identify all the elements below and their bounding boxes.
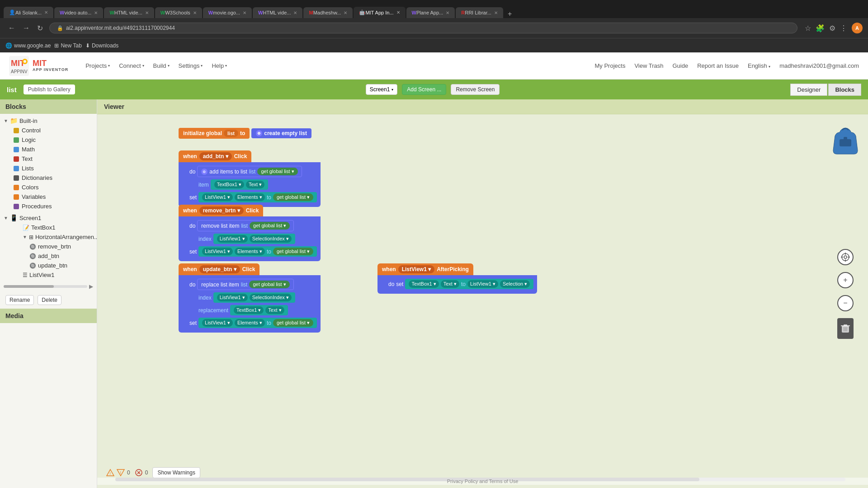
sidebar-item-variables[interactable]: Variables [0,192,97,202]
profile-avatar[interactable]: A [852,23,863,33]
bookmark-google[interactable]: 🌐 www.google.ae [5,42,51,49]
sidebar-item-add-btn[interactable]: 🔘 add_btn [0,251,97,261]
bookmark-downloads[interactable]: ⬇ Downloads [85,42,118,49]
privacy-footer[interactable]: Privacy Policy and Terms of Use [97,478,868,485]
tab-5[interactable]: W movie.ogo... ✕ [203,7,252,18]
crosshair-button[interactable] [837,249,854,265]
sidebar-item-lists[interactable]: Lists [0,164,97,173]
init-block-container[interactable]: initialize global list to ⊕ create empty… [179,128,311,139]
more-icon[interactable]: ⋮ [840,24,847,33]
show-warnings-button[interactable]: Show Warnings [152,467,200,478]
settings-icon[interactable]: ⚙ [829,24,835,33]
update-textbox-text-block[interactable]: TextBox1 ▾ Text ▾ [230,305,288,315]
replace-list-item-block[interactable]: replace list item list get global list ▾ [197,279,293,290]
sidebar-item-text[interactable]: Text [0,154,97,164]
rename-button[interactable]: Rename [5,295,34,305]
forward-button[interactable]: → [20,23,33,33]
report-issue-link[interactable]: Report an Issue [697,62,739,69]
sidebar-item-remove-btn[interactable]: 🔘 remove_brtn [0,242,97,251]
tab-7[interactable]: M Madheshw... ✕ [303,7,353,18]
textbox1-text-block[interactable]: TextBox1 ▾ Text ▾ [211,179,269,190]
view-trash-link[interactable]: View Trash [634,62,663,69]
btn3-icon: 🔘 [29,263,36,269]
language-selector[interactable]: English ▾ [748,62,770,69]
init-block[interactable]: initialize global list to [179,128,250,139]
sidebar-scrollbar[interactable] [4,285,87,288]
sidebar-item-listview[interactable]: ☰ ListView1 [0,270,97,280]
user-account-link[interactable]: madheshravi2001@gmail.com [779,62,859,69]
sidebar-item-horizontal[interactable]: ▼ ⊞ HorizontalArrangemen... [0,232,97,242]
my-projects-link[interactable]: My Projects [595,62,626,69]
svg-text:APP: APP [11,69,20,74]
sidebar-item-update-btn[interactable]: 🔘 update_btn [0,261,97,270]
tab-4[interactable]: W W3Schools ✕ [155,7,202,18]
update-selectionindex-block[interactable]: ListView1 ▾ SelectionIndex ▾ [213,292,295,303]
sidebar-item-math[interactable]: Math [0,145,97,154]
sidebar-expand-icon[interactable]: ▶ [89,283,93,290]
publish-gallery-button[interactable]: Publish to Gallery [24,84,75,94]
new-tab-button[interactable]: + [504,10,515,18]
set-lv-elements-block2[interactable]: ListView1 ▾ Elements ▾ to get global lis… [198,246,317,257]
add-screen-button[interactable]: Add Screen ... [402,84,446,95]
update-event-header[interactable]: when update_btn ▾ Click [179,263,259,275]
delete-button[interactable]: Delete [38,295,61,305]
remove-screen-button[interactable]: Remove Screen [451,84,500,95]
zoom-in-button[interactable]: + [837,272,854,288]
lists-color-icon [14,166,19,171]
reload-button[interactable]: ↻ [34,23,46,33]
back-button[interactable]: ← [5,23,18,33]
builtin-group[interactable]: ▼ 📁 Built-in [0,116,97,126]
bookmark-newtab[interactable]: ⊞ New Tab [54,42,81,49]
add-btn-event-header[interactable]: when add_btn ▾ Click [179,150,251,162]
remove-do-body: do remove list item list get global list… [179,216,321,261]
sidebar-item-control[interactable]: Control [0,126,97,135]
sidebar-item-procedures[interactable]: Procedures [0,202,97,211]
guide-link[interactable]: Guide [672,62,688,69]
set-textbox1-text-block[interactable]: TextBox1 ▾ Text ▾ to ListView1 ▾ Selecti… [405,279,533,289]
backpack-icon[interactable] [830,123,861,161]
remove-event-header[interactable]: when remove_brtn ▾ Click [179,205,263,216]
screen-selector[interactable]: Screen1 ▾ [366,84,398,95]
sidebar-item-logic[interactable]: Logic [0,135,97,145]
sidebar-item-colors[interactable]: Colors [0,183,97,192]
create-empty-list-block[interactable]: ⊕ create empty list [251,128,311,138]
sidebar-item-textbox1[interactable]: 📝 TextBox1 [0,223,97,232]
viewer-canvas[interactable]: initialize global list to ⊕ create empty… [97,114,868,485]
blocks-button[interactable]: Blocks [828,84,861,96]
listview-block-container[interactable]: when ListView1 ▾ AfterPicking do set Tex… [377,263,537,294]
nav-settings[interactable]: Settings ▾ [175,61,207,71]
bookmark-icon[interactable]: ☆ [805,24,811,33]
remove-block-container[interactable]: when remove_brtn ▾ Click do remove list … [179,205,321,261]
add-items-block[interactable]: ⊕ add items to list list get global list… [197,166,302,177]
sidebar-item-dictionaries[interactable]: Dictionaries [0,173,97,183]
tab-3[interactable]: W HTML vide... ✕ [104,7,154,18]
trash-button[interactable] [837,318,854,339]
set-listview-elements-block[interactable]: ListView1 ▾ Elements ▾ to get global lis… [198,192,317,202]
tab-8-mit[interactable]: 🤖 MIT App In... ✕ [354,7,405,18]
nav-projects[interactable]: Projects ▾ [82,61,113,71]
update-block-container[interactable]: when update_btn ▾ Click do replace list … [179,263,321,333]
logo-appinventor-text: APP INVENTOR [33,68,68,72]
tab-1[interactable]: 👤 Ali Solank... ✕ [4,7,53,18]
tab-6[interactable]: W HTML vide... ✕ [253,7,302,18]
nav-help[interactable]: Help ▾ [208,61,231,71]
listview-event-header[interactable]: when ListView1 ▾ AfterPicking [377,263,473,275]
screen1-group[interactable]: ▼ 📱 Screen1 [0,213,97,223]
nav-connect[interactable]: Connect ▾ [115,61,147,71]
builtin-folder-icon: 📁 [10,117,18,124]
remove-list-item-block[interactable]: remove list item list get global list ▾ [197,220,294,231]
listview-selectionindex-block[interactable]: ListView1 ▾ SelectionIndex ▾ [213,234,295,244]
tab-9[interactable]: W Plane App... ✕ [406,7,455,18]
add-btn-block-container[interactable]: when add_btn ▾ Click do ⊕ add items to l… [179,150,321,207]
add-btn-do-body: do ⊕ add items to list list get global l… [179,162,321,207]
tab-10[interactable]: R RRI Librar... ✕ [456,7,503,18]
get-global-list-2: get global list ▾ [273,193,313,201]
tab-bar: 👤 Ali Solank... ✕ W video auto... ✕ W HT… [0,0,868,18]
designer-button[interactable]: Designer [790,84,827,96]
zoom-out-button[interactable]: − [837,295,854,311]
set-lv-elements-block3[interactable]: ListView1 ▾ Elements ▾ to get global lis… [198,318,317,328]
extension-icon[interactable]: 🧩 [816,24,825,33]
url-input[interactable]: 🔒 ai2.appinventor.mit.edu/#4921311170002… [49,23,797,33]
tab-2[interactable]: W video auto... ✕ [54,7,103,18]
nav-build[interactable]: Build ▾ [150,61,173,71]
